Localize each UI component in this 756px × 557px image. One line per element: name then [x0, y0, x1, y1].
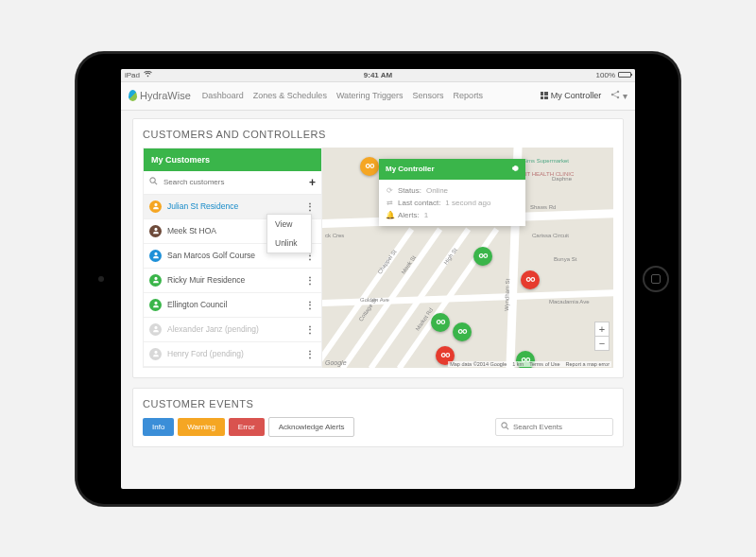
map-data-label: Map data ©2014 Google	[450, 361, 507, 367]
nav-my-controller[interactable]: My Controller	[541, 91, 602, 100]
events-info-button[interactable]: Info	[143, 418, 174, 436]
nav-triggers[interactable]: Watering Triggers	[336, 91, 404, 100]
customer-menu-button[interactable]: ⋮	[303, 201, 316, 212]
customer-menu-button[interactable]: ⋮	[303, 324, 316, 335]
events-error-button[interactable]: Error	[229, 418, 265, 436]
customer-menu-button[interactable]: ⋮	[303, 300, 316, 310]
road-label: Chappel St	[377, 248, 398, 274]
add-customer-button[interactable]: +	[309, 176, 316, 189]
customers-panel: CUSTOMERS AND CONTROLLERS My Customers +…	[132, 118, 624, 378]
events-ack-button[interactable]: Acknowledge Alerts	[268, 417, 355, 437]
nav-zones[interactable]: Zones & Schedules	[253, 91, 327, 100]
customer-name: Ellington Council	[167, 300, 303, 309]
customer-avatar-icon	[149, 250, 162, 262]
search-icon	[149, 177, 158, 187]
events-warning-button[interactable]: Warning	[178, 418, 225, 436]
svg-point-6	[369, 165, 373, 168]
events-search-input[interactable]	[513, 423, 608, 431]
customer-avatar-icon	[149, 225, 162, 237]
popup-status-value: Online	[426, 186, 448, 195]
customers-title: CUSTOMERS AND CONTROLLERS	[143, 129, 613, 140]
customer-search-input[interactable]	[162, 176, 309, 188]
customer-name: Ricky Muir Residence	[167, 275, 303, 285]
customer-avatar-icon	[149, 274, 162, 287]
svg-point-3	[150, 178, 155, 183]
map-terms-link[interactable]: Terms of Use	[529, 361, 559, 367]
road-label: Carissa Circuit	[532, 233, 569, 238]
top-nav: HydraWise Dashboard Zones & Schedules Wa…	[121, 82, 635, 111]
map-scale-label: 1 km	[512, 361, 524, 367]
svg-line-27	[507, 426, 508, 428]
customer-menu-button[interactable]: ⋮	[303, 349, 316, 359]
map-pin[interactable]	[473, 247, 492, 266]
map-pin[interactable]	[360, 157, 379, 176]
road-label: ck Cres	[325, 233, 344, 238]
screen: iPad 9:41 AM 100% HydraWise Dashboard Zo…	[121, 69, 635, 489]
svg-point-20	[441, 354, 445, 357]
brand[interactable]: HydraWise	[129, 90, 191, 101]
popup-last-label: Last contact:	[398, 199, 440, 207]
ipad-camera	[98, 276, 104, 282]
customer-row[interactable]: Ricky Muir Residence⋮	[144, 269, 321, 293]
nav-sensors[interactable]: Sensors	[413, 91, 444, 100]
events-panel: CUSTOMER EVENTS Info Warning Error Ackno…	[132, 388, 624, 447]
content-scroll[interactable]: CUSTOMERS AND CONTROLLERS My Customers +…	[121, 111, 635, 489]
svg-point-15	[440, 321, 444, 324]
popup-alerts-value: 1	[424, 211, 428, 219]
customer-menu-button[interactable]: ⋮	[303, 275, 316, 286]
zoom-in-button[interactable]: +	[595, 322, 609, 337]
rss-icon: ⟳	[386, 186, 393, 195]
nav-reports[interactable]: Reports	[454, 91, 484, 100]
svg-point-11	[526, 278, 530, 282]
map-pin[interactable]	[431, 313, 450, 332]
road-label: Bunya St	[554, 256, 576, 262]
events-title: CUSTOMER EVENTS	[143, 398, 613, 409]
customer-context-menu: ViewUnlink	[266, 214, 312, 253]
svg-point-9	[483, 254, 487, 258]
ios-statusbar: iPad 9:41 AM 100%	[121, 69, 635, 82]
map[interactable]: Shaws Rd Carissa Circuit Bunya St Macada…	[322, 148, 613, 368]
svg-point-8	[479, 254, 483, 258]
carrier-label: iPad	[125, 71, 140, 79]
svg-point-21	[445, 354, 449, 357]
svg-point-14	[437, 321, 440, 324]
customer-name: Henry Ford (pending)	[167, 349, 303, 358]
svg-point-5	[366, 165, 369, 168]
context-menu-item[interactable]: Unlink	[267, 234, 311, 252]
customer-name: Julian St Residence	[167, 201, 303, 211]
map-pin[interactable]	[521, 270, 540, 289]
map-pin[interactable]	[453, 322, 472, 341]
bell-icon: 🔔	[386, 211, 393, 219]
customer-row[interactable]: Henry Ford (pending)⋮	[144, 342, 321, 367]
road-label: Macadamia Ave	[549, 299, 590, 305]
logo-drop-icon	[129, 90, 137, 101]
map-report-link[interactable]: Report a map error	[566, 361, 610, 367]
svg-point-12	[530, 278, 534, 282]
popup-title: My Controller	[386, 165, 435, 173]
zoom-out-button[interactable]: −	[595, 337, 609, 350]
map-zoom-controls: + −	[594, 322, 610, 351]
map-attribution: Map data ©2014 Google 1 km Terms of Use …	[448, 361, 611, 367]
svg-point-17	[458, 330, 462, 334]
road-label: Wyndham St	[504, 278, 510, 310]
brand-text: HydraWise	[140, 90, 191, 101]
gear-icon[interactable]	[509, 164, 519, 175]
events-search	[495, 418, 613, 436]
share-icon[interactable]: ▾	[610, 90, 627, 101]
svg-point-18	[462, 330, 466, 334]
map-google-logo: Google	[325, 359, 347, 366]
customer-row[interactable]: Julian St Residence⋮ViewUnlink	[144, 195, 321, 219]
nav-dashboard[interactable]: Dashboard	[202, 91, 244, 100]
road-label: Shaws Rd	[530, 204, 556, 210]
customers-sidebar: My Customers + Julian St Residence⋮ViewU…	[143, 148, 322, 368]
clock-icon: ⇄	[386, 199, 393, 207]
customer-row[interactable]: Alexander Janz (pending)⋮	[144, 318, 321, 342]
customer-row[interactable]: Ellington Council⋮	[144, 293, 321, 318]
context-menu-item[interactable]: View	[267, 215, 311, 234]
customer-avatar-icon	[149, 299, 162, 311]
customer-search-row: +	[144, 171, 321, 195]
wifi-icon	[144, 71, 152, 79]
ipad-frame: iPad 9:41 AM 100% HydraWise Dashboard Zo…	[76, 52, 680, 506]
ipad-home-button[interactable]	[643, 266, 669, 292]
popup-alerts-label: Alerts:	[398, 211, 420, 219]
